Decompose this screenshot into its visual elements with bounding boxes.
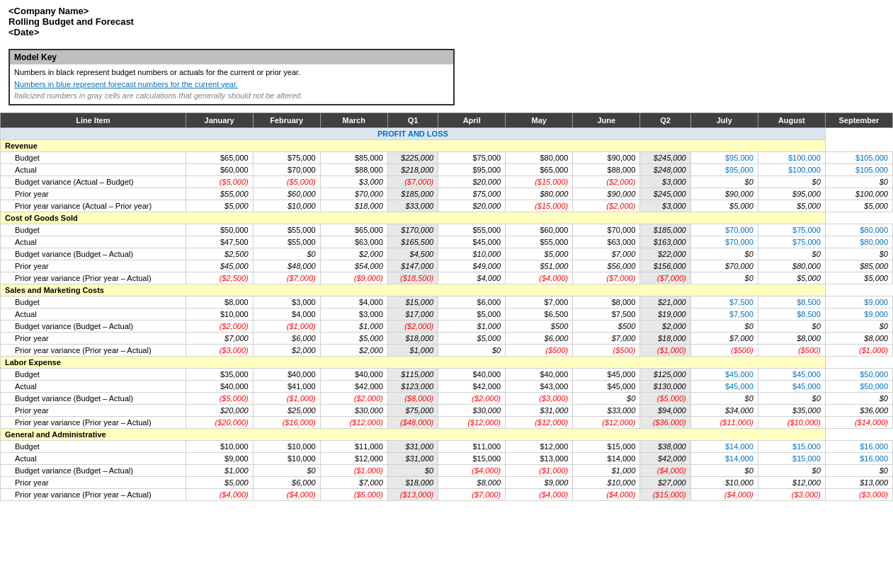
cell-value: $45,000 — [758, 368, 825, 380]
cell-value: ($13,000) — [387, 488, 438, 500]
cell-value: $42,000 — [640, 452, 690, 464]
cell-value: $13,000 — [825, 476, 892, 488]
cell-value: $40,000 — [186, 380, 253, 392]
section-header-row: General and Administrative — [1, 428, 893, 440]
table-row: Actual$10,000$4,000$3,000$17,000$5,000$6… — [1, 308, 893, 320]
cell-value: $36,000 — [825, 404, 892, 416]
cell-value: $50,000 — [825, 368, 892, 380]
cell-value: $4,000 — [320, 296, 387, 308]
cell-value: $20,000 — [438, 200, 506, 212]
cell-value: $40,000 — [438, 368, 506, 380]
table-row: Prior year variance (Actual – Prior year… — [1, 200, 893, 212]
cell-value: $47,500 — [186, 236, 253, 248]
table-row: Prior year variance (Prior year – Actual… — [1, 272, 893, 284]
cell-value: $25,000 — [253, 404, 320, 416]
cell-value: $100,000 — [758, 163, 825, 175]
cell-value: ($12,000) — [506, 416, 573, 428]
cell-value: $13,000 — [506, 452, 573, 464]
col-header-q2: Q2 — [640, 113, 690, 127]
cell-value: $8,000 — [573, 296, 640, 308]
cell-value: $5,000 — [690, 200, 758, 212]
table-row: Prior year$55,000$60,000$70,000$185,000$… — [1, 188, 893, 200]
cell-value: $12,000 — [758, 476, 825, 488]
cell-value: $18,000 — [320, 200, 387, 212]
row-label: Prior year — [1, 476, 186, 488]
cell-value: $55,000 — [506, 236, 573, 248]
cell-value: $0 — [825, 248, 892, 260]
cell-value: $7,000 — [573, 332, 640, 344]
cell-value: $147,000 — [387, 260, 438, 272]
cell-value: ($2,000) — [573, 200, 640, 212]
cell-value: $0 — [387, 464, 438, 476]
cell-value: $4,500 — [387, 248, 438, 260]
cell-value: ($3,000) — [506, 392, 573, 404]
cell-value: $6,000 — [253, 476, 320, 488]
row-label: Budget variance (Budget – Actual) — [1, 248, 186, 260]
table-row: Budget variance (Budget – Actual)$2,500$… — [1, 248, 893, 260]
row-label: Budget — [1, 296, 186, 308]
cell-value: $123,000 — [387, 380, 438, 392]
cell-value: ($2,000) — [573, 175, 640, 188]
col-header-q1: Q1 — [387, 113, 438, 127]
cell-value: ($2,500) — [186, 272, 253, 284]
cell-value: $90,000 — [690, 188, 758, 200]
row-label: Budget variance (Budget – Actual) — [1, 392, 186, 404]
row-label: Budget — [1, 224, 186, 236]
cell-value: $31,000 — [387, 452, 438, 464]
col-header-jun: June — [573, 113, 640, 127]
section-header-row: Revenue — [1, 139, 893, 151]
cell-value: $65,000 — [320, 224, 387, 236]
model-key-box: Model Key Numbers in black represent bud… — [8, 49, 455, 105]
cell-value: $48,000 — [253, 260, 320, 272]
cell-value: $10,000 — [186, 308, 253, 320]
cell-value: $15,000 — [573, 440, 640, 452]
table-row: Actual$60,000$70,000$88,000$218,000$95,0… — [1, 163, 893, 175]
cell-value: ($15,000) — [640, 488, 690, 500]
section-header-row: Labor Expense — [1, 356, 893, 368]
cell-value: ($1,000) — [320, 464, 387, 476]
cell-value: $40,000 — [506, 368, 573, 380]
cell-value: $16,000 — [825, 452, 892, 464]
cell-value: $10,000 — [253, 200, 320, 212]
cell-value: $20,000 — [186, 404, 253, 416]
cell-value: $95,000 — [690, 163, 758, 175]
cell-value: $60,000 — [506, 224, 573, 236]
header: <Company Name> Rolling Budget and Foreca… — [0, 0, 893, 105]
cell-value: $88,000 — [320, 163, 387, 175]
row-label: Prior year — [1, 188, 186, 200]
cell-value: $85,000 — [825, 260, 892, 272]
cell-value: $10,000 — [438, 248, 506, 260]
cell-value: ($7,000) — [387, 175, 438, 188]
cell-value: $80,000 — [506, 151, 573, 163]
cell-value: $75,000 — [438, 151, 506, 163]
section-title-row: PROFIT AND LOSS — [1, 127, 893, 139]
cell-value: $5,000 — [506, 248, 573, 260]
row-label: Prior year variance (Prior year – Actual… — [1, 272, 186, 284]
cell-value: $31,000 — [506, 404, 573, 416]
cell-value: $40,000 — [253, 368, 320, 380]
cell-value: ($15,000) — [506, 200, 573, 212]
row-label: Actual — [1, 308, 186, 320]
cell-value: $10,000 — [186, 440, 253, 452]
cell-value: ($500) — [573, 344, 640, 356]
cell-value: $2,000 — [320, 344, 387, 356]
cell-value: $0 — [825, 175, 892, 188]
cell-value: $5,000 — [758, 272, 825, 284]
cell-value: $100,000 — [825, 188, 892, 200]
cell-value: $75,000 — [438, 188, 506, 200]
cell-value: $8,000 — [186, 296, 253, 308]
cell-value: $11,000 — [438, 440, 506, 452]
table-row: Prior year variance (Prior year – Actual… — [1, 344, 893, 356]
cell-value: $7,000 — [690, 332, 758, 344]
model-key-body: Numbers in black represent budget number… — [10, 64, 453, 104]
cell-value: $21,000 — [640, 296, 690, 308]
cell-value: ($1,000) — [253, 392, 320, 404]
cell-value: $43,000 — [506, 380, 573, 392]
cell-value: ($4,000) — [253, 488, 320, 500]
cell-value: $0 — [690, 175, 758, 188]
cell-value: $0 — [438, 344, 506, 356]
cell-value: $7,000 — [186, 332, 253, 344]
cell-value: $45,000 — [690, 380, 758, 392]
row-label: Actual — [1, 452, 186, 464]
cell-value: ($14,000) — [825, 416, 892, 428]
